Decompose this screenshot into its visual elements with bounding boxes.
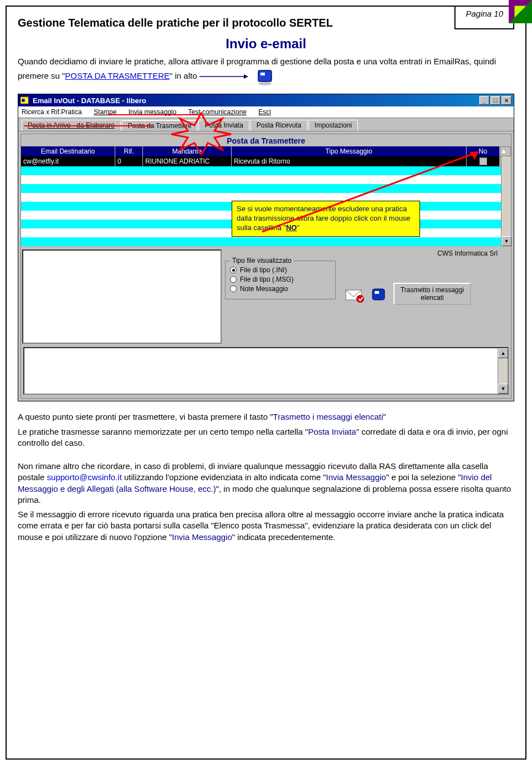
para-trasmetto: A questo punto siete pronti per trasmett… (18, 411, 514, 422)
tab-impostazioni[interactable]: Impostazioni (309, 120, 358, 131)
svg-point-11 (356, 295, 364, 303)
grid-scroll-up[interactable]: ▲ (500, 146, 511, 156)
bottom-listbox: ▲ ▼ (23, 347, 509, 395)
cell-rif: 0 (115, 156, 143, 166)
support-email: supporto@cwsinfo.it (47, 472, 122, 482)
menu-bar: Ricerca x Rif.Pratica Stampe Invia messa… (18, 106, 514, 118)
fieldset-tipo-file: Tipo file visualizzato File di tipo (.IN… (225, 261, 336, 299)
svg-marker-16 (469, 152, 478, 160)
header-title: Gestione Telematica delle pratiche per i… (18, 17, 454, 29)
starburst-annotation-icon (168, 110, 245, 154)
cell-mandante: RIUNIONE ADRIATIC (143, 156, 232, 166)
red-arrow-annotation-icon (257, 149, 489, 237)
tab-posta-ricevuta[interactable]: Posta Ricevuta (250, 120, 308, 131)
menu-ricerca[interactable]: Ricerca x Rif.Pratica (22, 108, 82, 116)
section-title: Invio e-email (18, 36, 514, 52)
svg-point-9 (22, 99, 25, 102)
tab-row: Posta in Arrivo - da Elaborare Posta da … (18, 118, 514, 131)
company-label: CWS Informatica Srl (225, 249, 509, 257)
svg-marker-4 (244, 74, 248, 79)
transmit-button[interactable]: Trasmetto i messaggi elencati (393, 283, 471, 305)
radio-msg[interactable]: File di tipo (.MSG) (230, 276, 331, 283)
minimize-button[interactable]: _ (479, 96, 489, 105)
intro-paragraph: Quando decidiamo di inviare le pratiche,… (18, 56, 514, 86)
grid-section-label: Posta da Trasmettere (21, 134, 511, 146)
col-rif: Rif. (115, 146, 143, 156)
envelope-receive-icon (344, 284, 366, 303)
svg-rect-5 (258, 70, 272, 82)
grid-scrollbar[interactable]: ▼ (501, 156, 511, 246)
menu-esci[interactable]: Esci (258, 108, 271, 116)
posta-da-trasmettere-link: POSTA DA TRASMETTERE (65, 71, 170, 80)
para-error-pratica: Se il messaggio di errore ricevuto rigua… (18, 509, 514, 543)
titlebar-text: Email In/Out - DATABASE - libero (33, 96, 479, 105)
svg-point-7 (258, 82, 272, 85)
red-underline-icon (24, 125, 151, 126)
grid-scroll-down[interactable]: ▼ (502, 236, 511, 246)
para-posta-inviata: Le pratiche trasmesse saranno memorizzat… (18, 426, 514, 449)
svg-line-15 (262, 152, 478, 232)
svg-rect-6 (260, 73, 265, 75)
fieldset-legend: Tipo file visualizzato (230, 257, 294, 264)
page-number: Pagina 10 (454, 7, 514, 29)
log-textbox (22, 249, 222, 344)
app-window: Email In/Out - DATABASE - libero _ □ × R… (18, 94, 514, 401)
maximize-button[interactable]: □ (490, 96, 500, 105)
listbox-scroll-down[interactable]: ▼ (498, 384, 508, 394)
close-button[interactable]: × (502, 96, 511, 105)
radio-ini[interactable]: File di tipo (.INI) (230, 266, 331, 274)
grid-row-empty (21, 237, 511, 246)
listbox-scrollbar[interactable]: ▲ ▼ (498, 348, 508, 394)
corner-logo-icon (509, 0, 532, 23)
para-support: Non rimane altro che ricordare, in caso … (18, 461, 514, 506)
col-email: Email Destinatario (21, 146, 115, 156)
cell-email: cw@netfly.it (21, 156, 115, 166)
app-icon (21, 96, 29, 105)
radio-note[interactable]: Note Messaggio (230, 285, 331, 293)
svg-rect-12 (372, 289, 385, 300)
titlebar: Email In/Out - DATABASE - libero _ □ × (18, 94, 514, 106)
svg-rect-13 (375, 291, 379, 294)
svg-marker-14 (171, 113, 231, 154)
mailbox-icon (369, 284, 388, 303)
mail-app-icon (256, 67, 276, 86)
listbox-scroll-up[interactable]: ▲ (498, 348, 508, 358)
arrow-right-icon (200, 73, 248, 80)
